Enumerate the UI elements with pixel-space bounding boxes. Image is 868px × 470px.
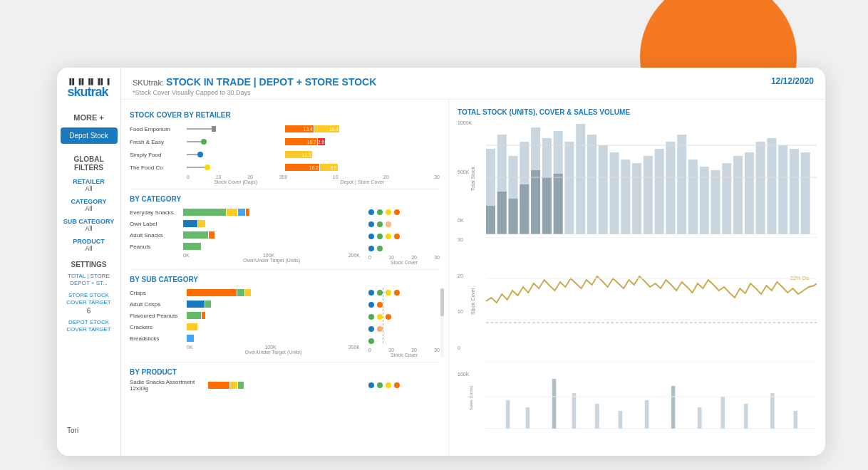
- stock-cover-chart-container: 30 20 10 0 Stock Cover 22% Da: [458, 237, 817, 365]
- axis-title: Depot | Store Cover: [285, 179, 440, 184]
- page-title-main: STOCK IN TRADE | DEPOT + STORE STOCK: [166, 76, 376, 88]
- svg-rect-35: [554, 174, 563, 234]
- more-button[interactable]: MORE +: [73, 113, 103, 122]
- category-name: Peanuts: [130, 244, 183, 250]
- y-axis-label: 1000K: [458, 120, 472, 125]
- settings-label: SETTINGS: [71, 261, 106, 268]
- axis-title: Over/Under Target (Units): [130, 350, 360, 355]
- svg-rect-50: [619, 411, 623, 429]
- axis-label: 100K: [264, 345, 276, 350]
- axis-label: 20: [411, 348, 417, 352]
- axis-label: 30: [434, 255, 440, 260]
- subcategory-left-chart: Crisps Adult Crisps: [130, 288, 360, 357]
- svg-rect-54: [720, 397, 725, 429]
- y-axis-rotated-label: Total Stock: [470, 167, 475, 191]
- axis-label: 200K: [348, 253, 360, 258]
- dot: [377, 382, 383, 388]
- divider: [130, 189, 440, 189]
- category-section-title: BY CATEGORY: [130, 195, 440, 203]
- dot-row: [368, 288, 440, 298]
- dot: [377, 234, 383, 239]
- table-row: 16.2 8.8: [285, 162, 440, 173]
- header-subtitle: *Stock Cover Visually Capped to 30 Days: [133, 89, 376, 96]
- product-filter-value[interactable]: All: [85, 245, 92, 252]
- svg-rect-26: [778, 145, 787, 234]
- svg-rect-49: [595, 404, 599, 429]
- axis-label: 10: [388, 255, 394, 260]
- svg-rect-7: [564, 142, 574, 234]
- y-axis-cover-label: Stock Cover: [470, 287, 475, 314]
- table-row: Adult Crisps: [130, 299, 360, 309]
- subcategory-name: Adult Crisps: [130, 301, 187, 308]
- category-name: Adult Snacks: [130, 232, 183, 239]
- axis-label: 0: [368, 255, 371, 260]
- axis-label: 10: [388, 348, 394, 352]
- sales-chart-container: 100K Sales (Units): [458, 365, 817, 432]
- content-area: SKUtrak: STOCK IN TRADE | DEPOT + STORE …: [121, 68, 825, 456]
- svg-rect-27: [790, 149, 799, 234]
- y-axis-sales-label: Sales (Units): [469, 386, 473, 410]
- depot-stock-button[interactable]: Depot Stock: [61, 127, 118, 144]
- svg-rect-56: [770, 393, 775, 429]
- axis-label: 10: [333, 174, 339, 179]
- axis-label: 0K: [187, 345, 193, 350]
- product-filter-label: PRODUCT: [73, 238, 105, 245]
- dot-row: [368, 336, 440, 346]
- svg-rect-31: [509, 199, 518, 234]
- table-row: 13.4 16.4: [285, 123, 440, 135]
- dot-grid: [368, 288, 440, 346]
- divider: [130, 269, 440, 270]
- retailer-left-bars: Food Emporium Fresh & Easy: [130, 123, 285, 184]
- dot-row: [368, 219, 440, 229]
- product-chart: Sadie Snacks Assortment 12x33g: [130, 380, 440, 392]
- svg-rect-16: [666, 142, 675, 234]
- right-panel: TOTAL STOCK (Units), COVER & SALES VOLUM…: [449, 100, 825, 456]
- dot-row: [368, 312, 440, 322]
- table-row: Own Label: [130, 219, 360, 229]
- retailer-name: Simply Food: [130, 152, 187, 158]
- svg-rect-15: [655, 149, 664, 234]
- global-filters-label: GLOBALFILTERS: [73, 155, 103, 172]
- table-row: Simply Food: [130, 149, 285, 160]
- category-filter-label: CATEGORY: [71, 198, 106, 205]
- dot: [377, 326, 383, 332]
- svg-rect-10: [599, 145, 608, 234]
- subcategory-name: Flavoured Peanuts: [130, 313, 187, 319]
- total-store-setting[interactable]: TOTAL | STOREDEPOT + ST...: [68, 273, 110, 288]
- table-row: Everyday Snacks: [130, 207, 360, 217]
- left-panel: STOCK COVER BY RETAILER Food Emporium: [121, 100, 449, 456]
- y-axis-label: 10: [458, 309, 463, 314]
- svg-rect-24: [756, 142, 765, 234]
- product-left-chart: Sadie Snacks Assortment 12x33g: [130, 380, 360, 392]
- page-title: SKUtrak: STOCK IN TRADE | DEPOT + STORE …: [133, 76, 376, 88]
- dot: [368, 302, 374, 308]
- table-row: Adult Snacks: [130, 230, 360, 240]
- axis-title: Stock Cover (Days): [130, 179, 285, 184]
- svg-rect-22: [733, 156, 743, 234]
- dot: [377, 209, 383, 215]
- store-stock-cover-value: 6: [87, 307, 91, 315]
- svg-rect-21: [722, 163, 731, 234]
- header: SKUtrak: STOCK IN TRADE | DEPOT + STORE …: [121, 68, 825, 100]
- y-axis-label: 0: [458, 345, 463, 350]
- retailer-section-title: STOCK COVER BY RETAILER: [130, 111, 440, 119]
- table-row: Fresh & Easy: [130, 136, 285, 147]
- depot-stock-cover-setting[interactable]: DEPOT STOCKCOVER TARGET: [66, 319, 110, 334]
- svg-rect-11: [610, 152, 619, 234]
- dot: [386, 382, 391, 388]
- svg-rect-51: [645, 400, 649, 429]
- dot: [394, 382, 400, 388]
- category-filter-value[interactable]: All: [85, 205, 92, 212]
- svg-rect-18: [688, 160, 698, 234]
- store-stock-cover-setting[interactable]: STORE STOCKCOVER TARGET: [66, 292, 110, 307]
- product-section-title: BY PRODUCT: [130, 368, 440, 376]
- svg-rect-19: [700, 167, 709, 234]
- dot: [386, 234, 391, 239]
- subcategory-filter-value[interactable]: All: [85, 225, 92, 232]
- retailer-chart: Food Emporium Fresh & Easy: [130, 123, 440, 184]
- retailer-filter-value[interactable]: All: [85, 185, 92, 192]
- axis-title: Stock Cover: [368, 260, 440, 265]
- y-axis-label: 30: [458, 237, 463, 242]
- axis-title: Stock Cover: [368, 352, 440, 357]
- svg-rect-30: [497, 192, 507, 234]
